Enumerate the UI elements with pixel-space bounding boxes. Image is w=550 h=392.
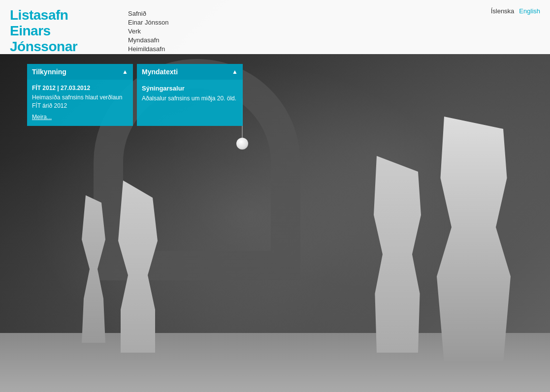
- announcement-box: Tilkynning ▲ FÍT 2012 | 27.03.2012 Heima…: [27, 64, 133, 126]
- caption-box-body: Sýningarsalur Aðalsalur safnsins um miðj…: [137, 80, 243, 110]
- caption-box: Myndatexti ▲ Sýningarsalur Aðalsalur saf…: [137, 64, 243, 126]
- nav-item-einar[interactable]: Einar Jónsson: [128, 19, 471, 26]
- nav-item-safnid[interactable]: Safnið: [128, 10, 471, 17]
- nav-item-verk[interactable]: Verk: [128, 28, 471, 35]
- header: Listasafn Einars Jónssonar Safnið Einar …: [0, 0, 550, 54]
- language-switcher: Íslenska English: [481, 0, 550, 54]
- announcement-text: Heimasíða safnsins hlaut verðlaun FÍT ár…: [32, 93, 128, 110]
- nav-item-myndasafn[interactable]: Myndasafn: [128, 36, 471, 44]
- logo-text[interactable]: Listasafn Einars Jónssonar: [10, 7, 108, 55]
- nav-item-heimildasafn[interactable]: Heimildasafn: [128, 45, 471, 53]
- logo-area: Listasafn Einars Jónssonar: [0, 0, 118, 54]
- caption-box-header[interactable]: Myndatexti ▲: [137, 64, 243, 80]
- announcement-arrow: ▲: [122, 68, 128, 75]
- nav-links: Safnið Einar Jónsson Verk Myndasafn Heim…: [128, 10, 471, 53]
- caption-text: Aðalsalur safnsins um miðja 20. öld.: [142, 94, 238, 103]
- lang-icelandic[interactable]: Íslenska: [491, 7, 515, 15]
- announcement-date: FÍT 2012 | 27.03.2012: [32, 85, 128, 91]
- caption-arrow: ▲: [232, 68, 238, 75]
- main-nav: Safnið Einar Jónsson Verk Myndasafn Heim…: [118, 0, 481, 54]
- lang-english[interactable]: English: [519, 7, 540, 15]
- info-boxes: Tilkynning ▲ FÍT 2012 | 27.03.2012 Heima…: [27, 64, 243, 126]
- announcement-link[interactable]: Meira...: [32, 114, 52, 121]
- caption-title: Myndatexti: [142, 68, 178, 76]
- caption-subtitle: Sýningarsalur: [142, 85, 238, 92]
- sculpture-3: [437, 117, 511, 362]
- announcement-title: Tilkynning: [32, 68, 66, 76]
- announcement-box-body: FÍT 2012 | 27.03.2012 Heimasíða safnsins…: [27, 80, 133, 126]
- announcement-box-header[interactable]: Tilkynning ▲: [27, 64, 133, 80]
